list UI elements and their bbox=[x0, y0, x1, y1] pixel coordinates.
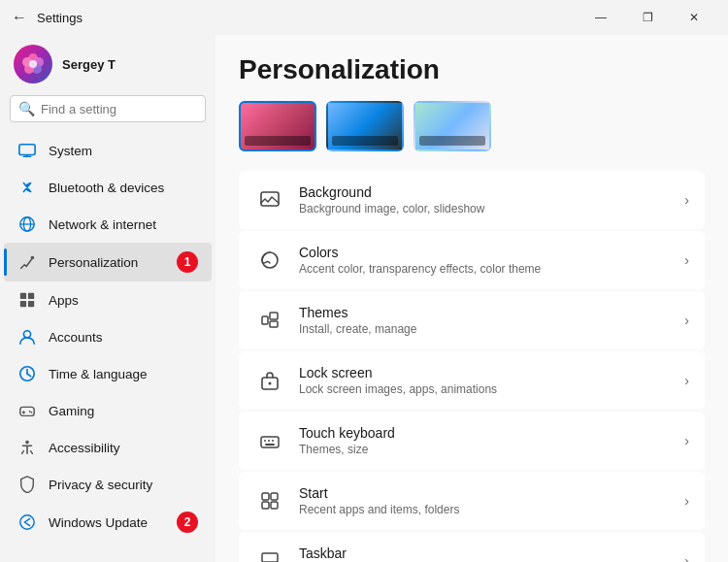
svg-rect-40 bbox=[262, 493, 269, 500]
settings-item-background[interactable]: Background Background image, color, slid… bbox=[239, 171, 705, 229]
theme-preview-2[interactable] bbox=[326, 101, 404, 151]
settings-item-lock-screen[interactable]: Lock screen Lock screen images, apps, an… bbox=[239, 351, 705, 410]
svg-rect-16 bbox=[28, 301, 34, 307]
start-text: Start Recent apps and items, folders bbox=[299, 485, 671, 516]
theme-preview-3[interactable] bbox=[414, 101, 491, 151]
sidebar-item-time[interactable]: Time & language bbox=[4, 355, 212, 392]
settings-item-taskbar[interactable]: Taskbar Taskbar behaviors, system pins › bbox=[239, 532, 705, 562]
touch-keyboard-icon bbox=[254, 425, 285, 456]
avatar bbox=[14, 45, 52, 83]
lock-screen-desc: Lock screen images, apps, animations bbox=[299, 382, 671, 396]
colors-chevron: › bbox=[684, 252, 689, 268]
bluetooth-icon bbox=[17, 178, 37, 197]
colors-title: Colors bbox=[299, 245, 671, 260]
apps-icon bbox=[17, 290, 37, 310]
sidebar-item-network[interactable]: Network & internet bbox=[4, 206, 212, 243]
sidebar-label-personalization: Personalization bbox=[49, 255, 138, 270]
settings-item-start[interactable]: Start Recent apps and items, folders › bbox=[239, 472, 705, 530]
settings-item-themes[interactable]: Themes Install, create, manage › bbox=[239, 291, 705, 349]
personalization-icon bbox=[17, 252, 37, 272]
svg-point-34 bbox=[269, 382, 272, 385]
close-button[interactable]: ✕ bbox=[672, 2, 716, 33]
svg-rect-14 bbox=[28, 293, 34, 299]
badge-1: 1 bbox=[177, 251, 198, 273]
page-title: Personalization bbox=[239, 54, 705, 85]
svg-point-27 bbox=[20, 515, 34, 529]
sidebar-item-gaming[interactable]: Gaming bbox=[4, 392, 212, 429]
settings-window: ← Settings — ❐ ✕ bbox=[0, 0, 728, 562]
svg-point-25 bbox=[31, 412, 33, 413]
svg-point-5 bbox=[29, 60, 37, 68]
background-desc: Background image, color, slideshow bbox=[299, 202, 671, 215]
start-desc: Recent apps and items, folders bbox=[299, 503, 671, 516]
search-icon: 🔍 bbox=[18, 101, 35, 116]
maximize-button[interactable]: ❐ bbox=[625, 2, 670, 33]
minimize-button[interactable]: — bbox=[579, 2, 623, 33]
sidebar-label-apps: Apps bbox=[49, 293, 79, 308]
main-wrapper: Personalization bbox=[215, 35, 728, 562]
svg-rect-21 bbox=[20, 407, 34, 415]
sidebar-item-personalization[interactable]: Personalization 1 bbox=[4, 243, 212, 281]
svg-rect-13 bbox=[20, 293, 26, 299]
theme-preview-1[interactable] bbox=[239, 101, 316, 151]
sidebar-label-gaming: Gaming bbox=[49, 404, 94, 418]
background-icon bbox=[254, 184, 285, 215]
sidebar-item-apps[interactable]: Apps bbox=[4, 281, 212, 318]
taskbar-title: Taskbar bbox=[299, 545, 671, 561]
title-bar-left: ← Settings bbox=[12, 9, 83, 26]
gaming-icon bbox=[17, 401, 37, 420]
sidebar-item-system[interactable]: System bbox=[4, 132, 212, 169]
svg-point-26 bbox=[25, 441, 29, 445]
content-area: Sergey T 🔍 System Bluetooth & devices bbox=[0, 35, 728, 562]
colors-text: Colors Accent color, transparency effect… bbox=[299, 245, 671, 276]
background-text: Background Background image, color, slid… bbox=[299, 184, 671, 215]
themes-chevron: › bbox=[684, 313, 689, 328]
sidebar-item-update[interactable]: Windows Update 2 bbox=[4, 503, 212, 542]
time-icon bbox=[17, 364, 37, 383]
svg-point-17 bbox=[23, 331, 30, 338]
title-bar: ← Settings — ❐ ✕ bbox=[0, 0, 728, 35]
search-input[interactable] bbox=[41, 102, 204, 116]
touch-keyboard-title: Touch keyboard bbox=[299, 425, 671, 441]
svg-rect-15 bbox=[20, 301, 26, 307]
accessibility-icon bbox=[17, 438, 37, 457]
settings-item-colors[interactable]: Colors Accent color, transparency effect… bbox=[239, 231, 705, 289]
svg-point-12 bbox=[31, 256, 35, 260]
sidebar-label-system: System bbox=[49, 144, 92, 158]
window-title: Settings bbox=[37, 11, 83, 25]
taskbar-chevron: › bbox=[684, 553, 689, 562]
lock-screen-title: Lock screen bbox=[299, 365, 671, 380]
sidebar-item-bluetooth[interactable]: Bluetooth & devices bbox=[4, 169, 212, 206]
theme-previews bbox=[239, 101, 705, 151]
svg-rect-45 bbox=[262, 553, 278, 562]
touch-keyboard-desc: Themes, size bbox=[299, 443, 671, 456]
search-box[interactable]: 🔍 bbox=[10, 95, 206, 122]
sidebar-item-accessibility[interactable]: Accessibility bbox=[4, 429, 212, 466]
user-section[interactable]: Sergey T bbox=[0, 35, 215, 95]
svg-rect-41 bbox=[271, 493, 278, 500]
lock-screen-text: Lock screen Lock screen images, apps, an… bbox=[299, 365, 671, 396]
settings-item-touch-keyboard[interactable]: Touch keyboard Themes, size › bbox=[239, 412, 705, 470]
svg-rect-31 bbox=[270, 313, 278, 319]
touch-keyboard-text: Touch keyboard Themes, size bbox=[299, 425, 671, 456]
taskbar-text: Taskbar Taskbar behaviors, system pins bbox=[299, 545, 671, 562]
lock-screen-icon bbox=[254, 365, 285, 396]
svg-rect-42 bbox=[262, 502, 269, 509]
taskbar-icon bbox=[254, 545, 285, 562]
sidebar-label-update: Windows Update bbox=[49, 515, 148, 530]
sidebar-item-privacy[interactable]: Privacy & security bbox=[4, 466, 212, 503]
colors-desc: Accent color, transparency effects, colo… bbox=[299, 262, 671, 276]
svg-rect-32 bbox=[270, 321, 278, 327]
lock-screen-chevron: › bbox=[684, 373, 689, 388]
background-title: Background bbox=[299, 184, 671, 200]
back-icon[interactable]: ← bbox=[12, 9, 27, 26]
system-icon bbox=[17, 141, 37, 160]
main-content: Personalization bbox=[215, 35, 728, 562]
background-chevron: › bbox=[684, 192, 689, 208]
sidebar-item-accounts[interactable]: Accounts bbox=[4, 318, 212, 355]
sidebar-label-accounts: Accounts bbox=[49, 330, 103, 345]
colors-icon bbox=[254, 245, 285, 276]
sidebar-label-accessibility: Accessibility bbox=[49, 441, 120, 455]
touch-keyboard-chevron: › bbox=[684, 433, 689, 448]
themes-icon bbox=[254, 305, 285, 336]
